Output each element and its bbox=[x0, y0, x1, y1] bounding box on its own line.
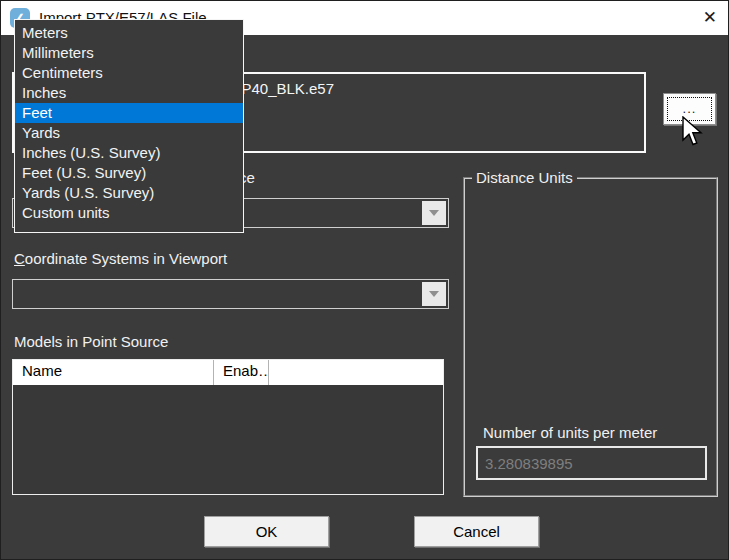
models-body[interactable] bbox=[13, 385, 443, 494]
units-per-meter-label: Number of units per meter bbox=[483, 424, 657, 441]
models-header-blank[interactable] bbox=[269, 360, 443, 385]
units-per-meter-input bbox=[476, 446, 707, 480]
distance-units-legend: Distance Units bbox=[472, 169, 577, 186]
models-header-name[interactable]: Name bbox=[13, 360, 214, 385]
unit-option-custom[interactable]: Custom units bbox=[15, 203, 243, 223]
unit-option-feet-us[interactable]: Feet (U.S. Survey) bbox=[15, 163, 243, 183]
unit-option-yards[interactable]: Yards bbox=[15, 123, 243, 143]
browse-button[interactable]: ... bbox=[663, 93, 716, 125]
coord-viewport-dropdown-button[interactable] bbox=[422, 282, 446, 306]
models-header: Name Enab… bbox=[13, 360, 443, 385]
import-dialog: ❮ Import PTX/E57/LAS File ✕ Point Source… bbox=[0, 0, 729, 560]
models-table: Name Enab… bbox=[12, 359, 444, 495]
close-icon[interactable]: ✕ bbox=[703, 7, 717, 28]
coord-viewport-label: Coordinate Systems in Viewport bbox=[14, 250, 227, 267]
unit-option-yards-us[interactable]: Yards (U.S. Survey) bbox=[15, 183, 243, 203]
unit-option-centimeters[interactable]: Centimeters bbox=[15, 63, 243, 83]
unit-option-millimeters[interactable]: Millimeters bbox=[15, 43, 243, 63]
models-label: Models in Point Source bbox=[14, 333, 168, 350]
chevron-down-icon bbox=[429, 210, 439, 216]
coord-source-dropdown-button[interactable] bbox=[422, 201, 446, 225]
unit-option-inches-us[interactable]: Inches (U.S. Survey) bbox=[15, 143, 243, 163]
cancel-button[interactable]: Cancel bbox=[414, 516, 539, 547]
unit-option-meters[interactable]: Meters bbox=[15, 23, 243, 43]
unit-option-inches[interactable]: Inches bbox=[15, 83, 243, 103]
units-listbox[interactable]: Meters Millimeters Centimeters Inches Fe… bbox=[14, 19, 244, 233]
ok-button[interactable]: OK bbox=[204, 516, 329, 547]
models-header-enabled[interactable]: Enab… bbox=[214, 360, 269, 385]
chevron-down-icon bbox=[429, 291, 439, 297]
coord-viewport-combo[interactable] bbox=[12, 279, 449, 309]
unit-option-feet[interactable]: Feet bbox=[15, 103, 243, 123]
